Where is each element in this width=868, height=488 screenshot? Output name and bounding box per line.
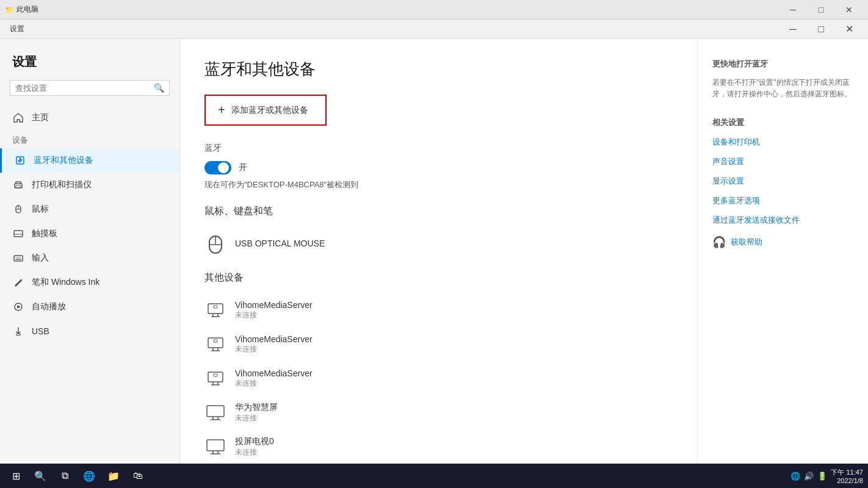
edge-button[interactable]: 🌐 (78, 465, 100, 487)
other-device-info-0: VihomeMediaServer 未连接 (235, 300, 313, 320)
bluetooth-toggle[interactable] (204, 161, 231, 174)
mouse-device-info: USB OPTICAL MOUSE (235, 239, 325, 248)
related-title: 相关设置 (712, 117, 853, 128)
svg-rect-28 (214, 340, 217, 342)
close-button[interactable]: ✕ (835, 0, 863, 20)
sidebar-item-home[interactable]: 主页 (0, 106, 179, 130)
sidebar-item-pen[interactable]: 笔和 Windows Ink (0, 270, 179, 295)
add-device-button[interactable]: + 添加蓝牙或其他设备 (204, 95, 327, 126)
related-link-1[interactable]: 声音设置 (712, 156, 853, 167)
start-button[interactable]: ⊞ (5, 465, 27, 487)
search-box[interactable]: 🔍 (10, 80, 170, 96)
related-link-4[interactable]: 通过蓝牙发送或接收文件 (712, 215, 853, 226)
svg-rect-34 (207, 406, 224, 417)
usb-label: USB (32, 326, 49, 336)
help-link[interactable]: 获取帮助 (731, 237, 762, 248)
bluetooth-icon (14, 154, 26, 167)
bluetooth-section-title: 蓝牙 (204, 143, 673, 154)
win-close-button[interactable]: ✕ (835, 20, 863, 39)
media-server-icon-1 (204, 333, 226, 355)
help-icon: 🎧 (712, 235, 726, 249)
toggle-knob (218, 162, 229, 173)
store-button[interactable]: 🛍 (127, 465, 149, 487)
search-taskbar-button[interactable]: 🔍 (29, 465, 51, 487)
autoplay-label: 自动播放 (32, 301, 66, 312)
sidebar-item-autoplay[interactable]: 自动播放 (0, 295, 179, 319)
taskbar-right: 🌐 🔊 🔋 下午 11:47 2022/1/8 (790, 468, 863, 484)
other-device-info-1: VihomeMediaServer 未连接 (235, 334, 313, 354)
related-link-3[interactable]: 更多蓝牙选项 (712, 195, 853, 206)
other-device-name-4: 投屏电视0 (235, 436, 274, 447)
taskbar-left: ⊞ 🔍 ⧉ 🌐 📁 🛍 (5, 465, 149, 487)
title-bar-left: 📁 此电脑 (5, 4, 38, 15)
mouse-nav-label: 鼠标 (32, 204, 49, 215)
other-device-name-0: VihomeMediaServer (235, 300, 313, 310)
media-server-icon-2 (204, 367, 226, 389)
other-devices-section: 其他设备 VihomeMediaServer (204, 271, 673, 464)
win-minimize-button[interactable]: ─ (779, 20, 807, 39)
mouse-keyboard-section-title: 鼠标、键盘和笔 (204, 205, 673, 218)
window-controls: ─ □ ✕ (779, 20, 863, 39)
other-device-info-2: VihomeMediaServer 未连接 (235, 368, 313, 389)
sidebar-item-input[interactable]: 输入 (0, 246, 179, 270)
related-link-0[interactable]: 设备和打印机 (712, 137, 853, 148)
other-device-status-3: 未连接 (235, 413, 278, 423)
other-device-status-1: 未连接 (235, 344, 313, 354)
other-device-item-1: VihomeMediaServer 未连接 (204, 328, 673, 360)
maximize-button[interactable]: □ (807, 0, 835, 20)
sidebar-item-printer[interactable]: 打印机和扫描仪 (0, 173, 179, 197)
settings-window: 设置 ─ □ ✕ 设置 🔍 主页 设备 (0, 20, 868, 464)
search-input[interactable] (15, 84, 154, 93)
other-device-item-0: VihomeMediaServer 未连接 (204, 294, 673, 326)
sidebar-header: 设置 (0, 39, 179, 75)
input-label: 输入 (32, 253, 49, 264)
add-device-label: 添加蓝牙或其他设备 (231, 105, 308, 116)
media-server-icon-0 (204, 299, 226, 321)
bluetooth-on-label: 开 (239, 162, 247, 173)
bluetooth-label: 蓝牙和其他设备 (34, 155, 93, 166)
other-device-status-0: 未连接 (235, 310, 313, 320)
battery-icon[interactable]: 🔋 (817, 472, 827, 481)
quick-title: 更快地打开蓝牙 (712, 59, 853, 70)
main-content: 蓝牙和其他设备 + 添加蓝牙或其他设备 蓝牙 开 现在可作为"DESKTOP-M… (180, 39, 697, 464)
sidebar-item-mouse[interactable]: 鼠标 (0, 197, 179, 221)
mouse-device-item: USB OPTICAL MOUSE (204, 228, 673, 259)
search-icon: 🔍 (154, 83, 164, 93)
related-link-2[interactable]: 显示设置 (712, 176, 853, 187)
sidebar-item-touchpad[interactable]: 触摸板 (0, 221, 179, 246)
other-device-name-3: 华为智慧屏 (235, 402, 278, 413)
other-device-name-2: VihomeMediaServer (235, 368, 313, 378)
svg-rect-15 (16, 334, 20, 336)
usb-icon (12, 325, 24, 337)
svg-rect-19 (208, 304, 223, 314)
taskbar: ⊞ 🔍 ⧉ 🌐 📁 🛍 🌐 🔊 🔋 下午 11:47 2022/1/8 (0, 464, 868, 488)
other-device-name-1: VihomeMediaServer (235, 334, 313, 344)
sidebar-item-usb[interactable]: USB (0, 319, 179, 343)
mouse-device-name: USB OPTICAL MOUSE (235, 239, 325, 248)
other-device-item-2: VihomeMediaServer 未连接 (204, 362, 673, 394)
touchpad-label: 触摸板 (32, 228, 57, 239)
touchpad-icon (12, 228, 24, 240)
other-device-info-4: 投屏电视0 未连接 (235, 436, 274, 458)
win-maximize-button[interactable]: □ (807, 20, 835, 39)
page-title: 蓝牙和其他设备 (204, 59, 673, 80)
devices-section-label: 设备 (0, 130, 179, 148)
taskview-button[interactable]: ⧉ (54, 465, 76, 487)
help-row: 🎧 获取帮助 (712, 235, 853, 249)
sidebar: 设置 🔍 主页 设备 (0, 39, 180, 464)
network-icon[interactable]: 🌐 (790, 472, 800, 481)
home-label: 主页 (32, 112, 49, 123)
svg-rect-38 (207, 440, 224, 451)
svg-rect-23 (214, 306, 217, 308)
other-device-status-4: 未连接 (235, 447, 274, 458)
taskbar-datetime[interactable]: 下午 11:47 2022/1/8 (831, 468, 863, 484)
huawei-screen-icon (204, 401, 226, 423)
other-devices-title: 其他设备 (204, 271, 673, 284)
volume-icon[interactable]: 🔊 (804, 472, 814, 481)
explorer-taskbar-button[interactable]: 📁 (103, 465, 125, 487)
explorer-title: 此电脑 (16, 4, 38, 15)
sidebar-item-bluetooth[interactable]: 蓝牙和其他设备 (0, 148, 179, 173)
other-device-item-3: 华为智慧屏 未连接 (204, 396, 673, 428)
minimize-button[interactable]: ─ (779, 0, 807, 20)
bluetooth-toggle-row: 开 (204, 161, 673, 174)
